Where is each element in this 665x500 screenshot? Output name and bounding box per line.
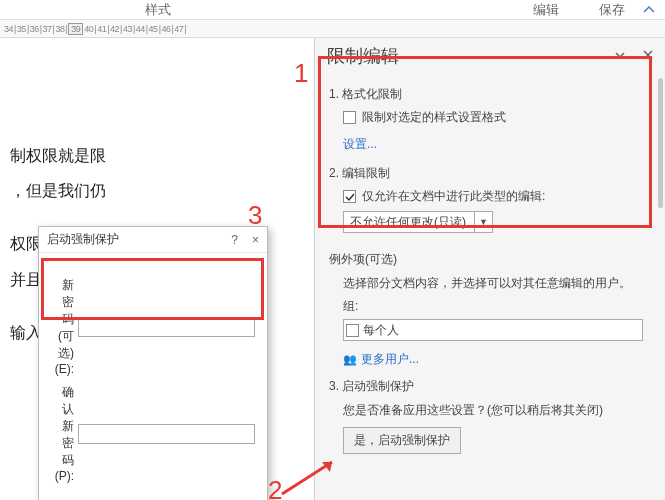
confirm-password-input[interactable] bbox=[78, 424, 255, 444]
format-restrict-checkbox[interactable] bbox=[343, 111, 356, 124]
group-listbox[interactable]: 每个人 bbox=[343, 319, 643, 341]
edit-restrict-checkbox[interactable] bbox=[343, 190, 356, 203]
start-protection-button[interactable]: 是，启动强制保护 bbox=[343, 427, 461, 454]
new-password-label: 新密码(可选)(E): bbox=[51, 277, 74, 376]
edit-type-combo[interactable]: 不允许任何更改(只读) ▼ bbox=[343, 211, 493, 233]
dialog-close-button[interactable]: × bbox=[252, 233, 259, 247]
format-restrict-label: 限制对选定的样式设置格式 bbox=[362, 109, 506, 126]
pane-title: 限制编辑 bbox=[327, 44, 399, 68]
exceptions-title: 例外项(可选) bbox=[329, 251, 651, 268]
dialog-help-button[interactable]: ? bbox=[231, 233, 238, 247]
section-2-title: 2. 编辑限制 bbox=[329, 165, 651, 182]
format-settings-link[interactable]: 设置... bbox=[343, 136, 377, 153]
more-users-link[interactable]: 👥 更多用户... bbox=[343, 351, 651, 368]
pane-dropdown-icon[interactable] bbox=[613, 48, 627, 65]
section-3-title: 3. 启动强制保护 bbox=[329, 378, 651, 395]
scrollbar-thumb[interactable] bbox=[658, 78, 663, 208]
exceptions-desc: 选择部分文档内容，并选择可以对其任意编辑的用户。 bbox=[343, 274, 651, 292]
ribbon-group-save[interactable]: 保存 bbox=[599, 1, 625, 19]
new-password-input[interactable] bbox=[78, 317, 255, 337]
edit-restrict-label: 仅允许在文档中进行此类型的编辑: bbox=[362, 188, 545, 205]
ribbon-group-edit[interactable]: 编辑 bbox=[533, 1, 559, 19]
everyone-checkbox[interactable] bbox=[346, 324, 359, 337]
chevron-down-icon[interactable]: ▼ bbox=[474, 212, 492, 232]
pane-close-icon[interactable] bbox=[641, 48, 655, 65]
section-3-desc: 您是否准备应用这些设置？(您可以稍后将其关闭) bbox=[343, 401, 651, 419]
confirm-password-label: 确认新密码(P): bbox=[51, 384, 74, 483]
restrict-editing-pane: 限制编辑 1. 格式化限制 限制对选定的样式设置格式 设置... 2. 编辑限制 bbox=[315, 38, 665, 500]
ribbon-tabs: 样式 编辑 保存 bbox=[0, 0, 665, 20]
ribbon-group-styles: 样式 bbox=[0, 1, 315, 19]
collapse-ribbon-icon[interactable] bbox=[641, 2, 657, 21]
users-icon: 👥 bbox=[343, 353, 357, 366]
dialog-title: 启动强制保护 bbox=[47, 231, 119, 248]
section-1-title: 1. 格式化限制 bbox=[329, 86, 651, 103]
group-label: 组: bbox=[343, 298, 651, 315]
start-protection-dialog: 启动强制保护 ? × 新密码(可选)(E): 确认新密码(P): 确定 取消 bbox=[38, 226, 268, 500]
horizontal-ruler: 34| 35| 36| 37| 38| 3940 |41 |42 |43 |44… bbox=[0, 20, 665, 38]
